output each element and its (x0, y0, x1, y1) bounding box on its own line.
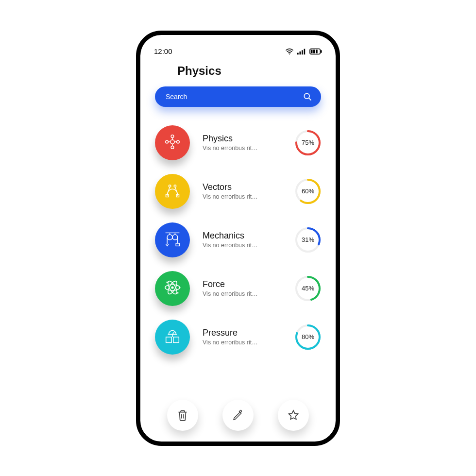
svg-rect-6 (321, 50, 322, 53)
svg-rect-3 (302, 50, 303, 54)
svg-point-0 (289, 53, 290, 54)
gauge-icon (163, 327, 182, 347)
star-icon (287, 409, 300, 422)
topic-icon-bubble (155, 174, 190, 209)
topic-row[interactable]: Pressure Vis no erroribus rit… 80% (155, 313, 321, 361)
topic-title: Mechanics (203, 231, 244, 241)
progress-percent: 80% (295, 324, 321, 350)
progress-ring: 60% (295, 178, 321, 204)
svg-point-33 (172, 235, 178, 240)
svg-rect-7 (311, 50, 313, 53)
progress-ring: 45% (295, 275, 321, 302)
progress-percent: 45% (295, 275, 321, 302)
progress-ring: 80% (295, 324, 321, 350)
svg-point-41 (171, 286, 173, 289)
svg-rect-38 (176, 243, 179, 246)
progress-ring: 31% (295, 227, 321, 253)
delete-button[interactable] (167, 400, 198, 431)
topic-title: Physics (203, 134, 233, 144)
search-placeholder: Search (166, 93, 303, 101)
topic-row[interactable]: Physics Vis no erroribus rit… 75% (155, 119, 321, 167)
topic-icon-bubble (155, 320, 190, 355)
phone-frame: 12:00 Physics Search Physics Vis no erro… (136, 31, 340, 446)
status-time: 12:00 (154, 47, 172, 55)
topic-text: Pressure Vis no erroribus rit… (190, 328, 295, 346)
topic-row[interactable]: Force Vis no erroribus rit… 45% (155, 264, 321, 313)
favorite-button[interactable] (278, 400, 309, 431)
topic-text: Physics Vis no erroribus rit… (190, 134, 295, 152)
svg-rect-4 (304, 49, 306, 54)
svg-point-47 (177, 292, 178, 293)
search-input[interactable]: Search (155, 86, 321, 107)
topic-icon-bubble (155, 125, 190, 160)
progress-ring: 75% (295, 130, 321, 156)
svg-rect-8 (313, 50, 315, 53)
progress-percent: 60% (295, 178, 321, 204)
pulley-icon (164, 230, 181, 250)
svg-rect-53 (166, 337, 171, 342)
topic-subtitle: Vis no erroribus rit… (203, 339, 258, 346)
topic-subtitle: Vis no erroribus rit… (203, 145, 258, 152)
svg-point-13 (166, 140, 169, 143)
svg-point-10 (304, 93, 309, 99)
topic-text: Force Vis no erroribus rit… (190, 279, 295, 297)
svg-point-46 (166, 281, 168, 283)
topic-icon-bubble (155, 222, 190, 257)
battery-icon (309, 48, 322, 55)
svg-point-15 (171, 135, 174, 137)
svg-point-32 (167, 235, 172, 240)
topic-title: Pressure (203, 328, 238, 338)
topic-subtitle: Vis no erroribus rit… (203, 242, 258, 249)
topic-subtitle: Vis no erroribus rit… (203, 290, 258, 297)
svg-point-14 (177, 140, 180, 143)
bezier-icon (164, 182, 181, 201)
svg-rect-2 (300, 51, 301, 54)
svg-point-26 (174, 185, 176, 187)
atom-icon (163, 278, 182, 299)
trash-icon (176, 409, 189, 422)
progress-percent: 31% (295, 227, 321, 253)
search-icon (303, 92, 312, 102)
svg-line-11 (309, 98, 311, 100)
topic-text: Vectors Vis no erroribus rit… (190, 182, 295, 200)
topic-row[interactable]: Vectors Vis no erroribus rit… 60% (155, 167, 321, 216)
edit-button[interactable] (222, 400, 254, 431)
svg-rect-54 (173, 337, 179, 342)
topic-icon-bubble (155, 271, 190, 306)
svg-point-45 (179, 287, 180, 288)
topic-text: Mechanics Vis no erroribus rit… (190, 231, 295, 249)
molecule-icon (163, 133, 182, 153)
topic-subtitle: Vis no erroribus rit… (203, 193, 258, 200)
status-icons (285, 48, 322, 55)
topic-list: Physics Vis no erroribus rit… 75% Vector… (140, 119, 336, 361)
svg-rect-1 (297, 52, 299, 54)
signal-icon (297, 48, 306, 55)
svg-point-25 (169, 185, 171, 187)
wifi-icon (285, 48, 294, 55)
topic-title: Force (203, 279, 225, 289)
bottom-actions (140, 400, 336, 431)
page-title: Physics (140, 57, 336, 85)
svg-point-16 (171, 146, 174, 149)
svg-rect-9 (316, 50, 318, 53)
topic-row[interactable]: Mechanics Vis no erroribus rit… 31% (155, 216, 321, 264)
svg-point-12 (170, 139, 175, 144)
progress-percent: 75% (295, 130, 321, 156)
topic-title: Vectors (203, 182, 232, 192)
status-bar: 12:00 (140, 46, 336, 57)
pencil-icon (232, 409, 244, 421)
